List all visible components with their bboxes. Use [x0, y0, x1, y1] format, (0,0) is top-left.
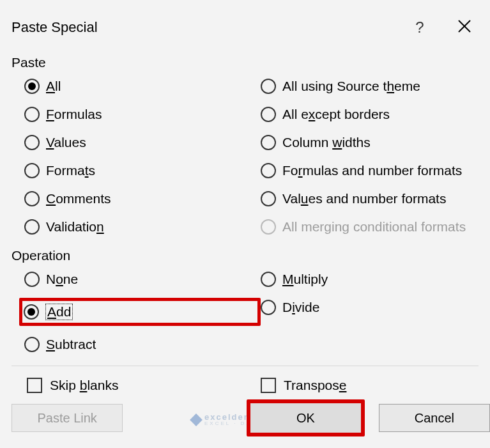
- radio-icon: [24, 107, 40, 122]
- operation-section-label: Operation: [0, 236, 490, 270]
- paste-column-widths-radio[interactable]: Column widths: [261, 133, 490, 152]
- button-bar: Paste Link OK Cancel: [0, 399, 490, 436]
- radio-icon: [24, 163, 40, 178]
- paste-except-borders-radio[interactable]: All except borders: [261, 105, 490, 124]
- operation-divide-radio[interactable]: Divide: [261, 298, 490, 317]
- checkbox-icon: [27, 378, 42, 393]
- paste-source-theme-radio[interactable]: All using Source theme: [261, 77, 490, 96]
- close-button[interactable]: [439, 19, 490, 36]
- skip-blanks-checkbox[interactable]: Skip blanks: [27, 378, 261, 393]
- paste-options: All Formulas Values Formats Comments Val…: [0, 77, 490, 236]
- operation-options: None Add Subtract Multiply Divide: [0, 270, 490, 354]
- operation-add-radio[interactable]: Add: [24, 302, 73, 321]
- paste-merge-conditional-radio: All merging conditional formats: [261, 217, 490, 236]
- help-button[interactable]: ?: [401, 19, 439, 36]
- radio-icon: [261, 163, 276, 178]
- radio-icon: [24, 79, 40, 94]
- paste-all-radio[interactable]: All: [24, 77, 261, 96]
- paste-formats-radio[interactable]: Formats: [24, 161, 261, 180]
- transpose-checkbox[interactable]: Transpose: [261, 378, 346, 393]
- radio-icon: [261, 272, 276, 287]
- paste-validation-radio[interactable]: Validation: [24, 217, 261, 236]
- paste-formulas-radio[interactable]: Formulas: [24, 105, 261, 124]
- radio-icon: [261, 107, 276, 122]
- radio-icon: [261, 79, 276, 94]
- radio-icon: [24, 191, 40, 206]
- radio-icon: [24, 304, 39, 320]
- checkbox-icon: [261, 378, 276, 393]
- radio-icon: [261, 300, 276, 315]
- paste-section-label: Paste: [0, 43, 490, 77]
- close-icon: [457, 19, 472, 34]
- radio-icon: [24, 219, 40, 235]
- title-bar: Paste Special ?: [0, 0, 490, 43]
- cancel-button[interactable]: Cancel: [379, 404, 490, 432]
- radio-icon: [24, 272, 40, 287]
- radio-icon: [261, 135, 276, 150]
- radio-icon: [261, 191, 276, 206]
- operation-none-radio[interactable]: None: [24, 270, 261, 289]
- paste-values-numfmt-radio[interactable]: Values and number formats: [261, 189, 490, 208]
- ok-button[interactable]: OK: [247, 399, 364, 436]
- operation-multiply-radio[interactable]: Multiply: [261, 270, 490, 289]
- dialog-title: Paste Special: [11, 19, 401, 36]
- radio-icon: [24, 135, 40, 150]
- paste-special-dialog: Paste Special ? Paste All Formulas Value…: [0, 0, 490, 448]
- operation-add-highlight: Add: [19, 298, 261, 326]
- paste-link-button: Paste Link: [11, 404, 123, 432]
- paste-formulas-numfmt-radio[interactable]: Formulas and number formats: [261, 161, 490, 180]
- paste-values-radio[interactable]: Values: [24, 133, 261, 152]
- paste-comments-radio[interactable]: Comments: [24, 189, 261, 208]
- checkbox-row: Skip blanks Transpose: [0, 366, 490, 393]
- radio-icon: [24, 337, 40, 352]
- operation-subtract-radio[interactable]: Subtract: [24, 335, 261, 354]
- radio-icon: [261, 219, 276, 235]
